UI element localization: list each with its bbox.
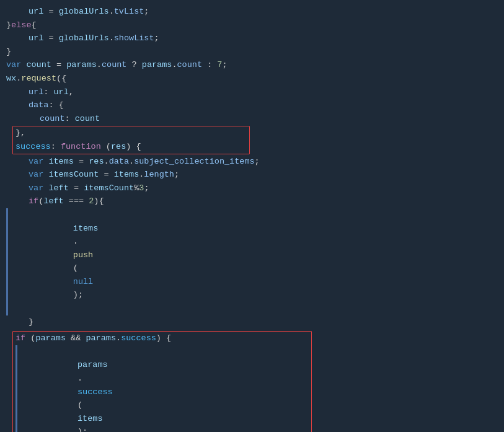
code-line: success : function ( res ) {	[14, 140, 248, 154]
code-line: var count = params . count ? params . co…	[0, 58, 504, 72]
code-line: var items = res . data . subject_collect…	[0, 155, 504, 169]
code-line: if ( left === 2 ){	[0, 195, 504, 208]
code-line: url = globalUrls . showList ;	[0, 32, 504, 45]
code-editor: url = globalUrls . tvList ; } else { url…	[0, 0, 504, 432]
code-line: }	[0, 315, 504, 329]
code-line: count : count	[0, 112, 504, 126]
code-line: } else {	[0, 19, 504, 32]
highlight-box-1: }, success : function ( res ) {	[12, 126, 250, 154]
code-line: data : {	[0, 99, 504, 112]
code-line: url = globalUrls . tvList ;	[0, 5, 504, 19]
code-line: items . push ( null );	[0, 208, 504, 315]
code-area: url = globalUrls . tvList ; } else { url…	[0, 5, 504, 432]
code-line: var left = itemsCount % 3 ;	[0, 182, 504, 195]
code-line: },	[14, 126, 248, 140]
vertical-bar	[15, 345, 17, 432]
highlight-box-2: if ( params && params . success ) { para…	[12, 331, 312, 432]
code-line: if ( params && params . success ) {	[14, 332, 310, 345]
code-line: wx . request ({	[0, 72, 504, 86]
code-line: params . success ( items );	[14, 345, 310, 432]
code-line: }	[0, 45, 504, 59]
vertical-bar	[6, 208, 8, 315]
code-line: var itemsCount = items . length ;	[0, 168, 504, 182]
code-line: url : url ,	[0, 86, 504, 99]
